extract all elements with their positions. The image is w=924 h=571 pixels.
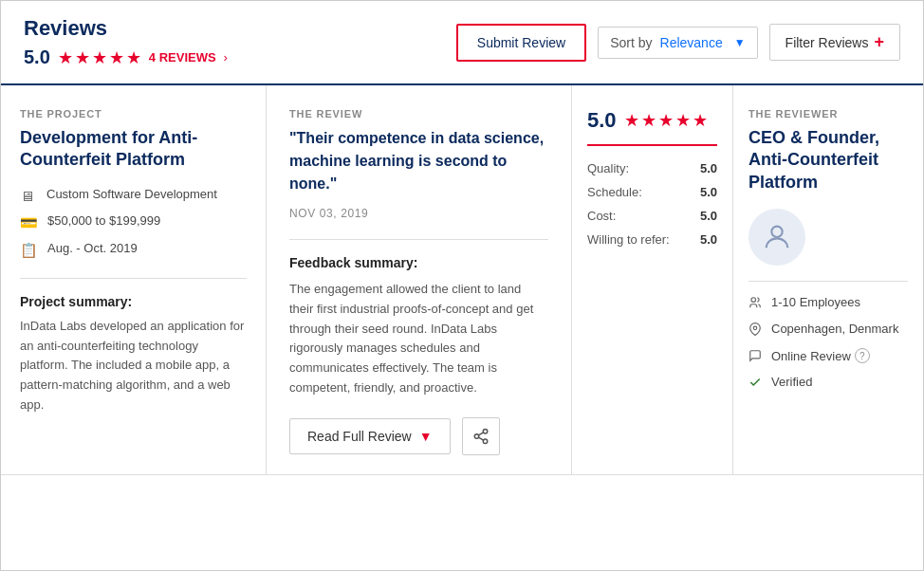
rating-schedule: Schedule: 5.0 bbox=[587, 185, 717, 199]
rating-star-1: ★ bbox=[624, 110, 639, 131]
sort-by-select[interactable]: Relevance bbox=[660, 35, 727, 50]
rating-star-2: ★ bbox=[641, 110, 656, 131]
meta-dates-text: Aug. - Oct. 2019 bbox=[47, 241, 138, 255]
reviewer-name: CEO & Founder, Anti-Counterfeit Platform bbox=[748, 127, 908, 193]
read-chevron-icon: ▼ bbox=[419, 429, 433, 444]
read-full-review-button[interactable]: Read Full Review ▼ bbox=[289, 418, 451, 454]
reviews-title-group: Reviews 5.0 ★ ★ ★ ★ ★ 4 REVIEWS › bbox=[24, 16, 228, 68]
ratings-stars: ★ ★ ★ ★ ★ bbox=[624, 110, 708, 131]
reviewer-column: THE REVIEWER CEO & Founder, Anti-Counter… bbox=[733, 85, 923, 474]
info-icon[interactable]: ? bbox=[855, 348, 870, 363]
project-divider bbox=[20, 278, 247, 279]
chat-icon bbox=[748, 349, 764, 365]
meta-budget-text: $50,000 to $199,999 bbox=[47, 213, 160, 228]
reviewer-verified: Verified bbox=[748, 375, 908, 392]
filter-reviews-button[interactable]: Filter Reviews + bbox=[769, 24, 900, 61]
read-full-review-label: Read Full Review bbox=[307, 429, 412, 444]
employees-text: 1-10 Employees bbox=[771, 295, 860, 309]
sort-chevron-icon[interactable]: ▼ bbox=[734, 36, 746, 49]
feedback-title: Feedback summary: bbox=[289, 255, 548, 270]
ratings-column: 5.0 ★ ★ ★ ★ ★ Quality: 5.0 Schedule: 5.0… bbox=[572, 85, 733, 474]
submit-review-button[interactable]: Submit Review bbox=[456, 24, 586, 62]
svg-point-6 bbox=[751, 298, 756, 303]
cost-value: 5.0 bbox=[700, 209, 717, 223]
calendar-icon: 📋 bbox=[20, 242, 38, 259]
project-summary-text: InData Labs developed an application for… bbox=[20, 317, 247, 415]
avatar bbox=[748, 209, 805, 266]
reviewer-employees: 1-10 Employees bbox=[748, 295, 908, 312]
online-review-text: Online Review bbox=[771, 349, 851, 363]
meta-service-text: Custom Software Development bbox=[46, 187, 217, 201]
employees-icon bbox=[748, 296, 764, 312]
svg-point-5 bbox=[771, 227, 782, 237]
ratings-divider bbox=[587, 144, 717, 146]
rating-star-5: ★ bbox=[693, 110, 708, 131]
project-summary-title: Project summary: bbox=[20, 294, 247, 309]
service-icon: 🖥 bbox=[20, 188, 37, 204]
reviewer-location: Copenhagen, Denmark bbox=[748, 322, 908, 339]
meta-budget: 💳 $50,000 to $199,999 bbox=[20, 213, 247, 231]
reviewer-online-review: Online Review ? bbox=[748, 348, 908, 365]
rating-willing-refer: Willing to refer: 5.0 bbox=[587, 232, 717, 247]
meta-service: 🖥 Custom Software Development bbox=[20, 187, 247, 204]
sort-by-group: Sort by Relevance ▼ bbox=[598, 27, 757, 59]
project-col-label: THE PROJECT bbox=[20, 108, 247, 120]
reviewer-divider bbox=[748, 281, 908, 282]
svg-line-3 bbox=[478, 437, 483, 440]
willing-refer-value: 5.0 bbox=[700, 232, 717, 247]
project-meta: 🖥 Custom Software Development 💳 $50,000 … bbox=[20, 187, 247, 259]
budget-icon: 💳 bbox=[20, 214, 38, 231]
willing-refer-label: Willing to refer: bbox=[587, 232, 670, 247]
rating-quality: Quality: 5.0 bbox=[587, 161, 717, 175]
page-wrapper: Reviews 5.0 ★ ★ ★ ★ ★ 4 REVIEWS › Submit… bbox=[0, 0, 924, 571]
svg-point-7 bbox=[753, 326, 757, 330]
svg-line-4 bbox=[478, 433, 483, 435]
filter-plus-icon: + bbox=[874, 32, 884, 52]
quality-value: 5.0 bbox=[700, 161, 717, 175]
reviews-count-arrow: › bbox=[224, 50, 228, 64]
schedule-label: Schedule: bbox=[587, 185, 642, 199]
location-text: Copenhagen, Denmark bbox=[771, 322, 898, 336]
review-date: NOV 03, 2019 bbox=[289, 207, 548, 220]
schedule-value: 5.0 bbox=[700, 185, 717, 199]
feedback-text: The engagement allowed the client to lan… bbox=[289, 280, 548, 398]
share-button[interactable] bbox=[462, 417, 500, 455]
meta-dates: 📋 Aug. - Oct. 2019 bbox=[20, 241, 247, 259]
avatar-icon bbox=[761, 221, 793, 253]
reviews-title: Reviews bbox=[24, 16, 228, 41]
header-actions: Submit Review Sort by Relevance ▼ Filter… bbox=[456, 24, 900, 62]
star-1: ★ bbox=[58, 47, 73, 68]
star-4: ★ bbox=[109, 47, 124, 68]
reviews-rating-row: 5.0 ★ ★ ★ ★ ★ 4 REVIEWS › bbox=[24, 46, 228, 68]
reviews-count[interactable]: 4 REVIEWS bbox=[149, 50, 216, 64]
project-column: THE PROJECT Development for Anti-Counter… bbox=[1, 85, 267, 474]
stars: ★ ★ ★ ★ ★ bbox=[58, 47, 141, 68]
reviews-score: 5.0 bbox=[24, 46, 50, 68]
reviews-header: Reviews 5.0 ★ ★ ★ ★ ★ 4 REVIEWS › Submit… bbox=[1, 1, 923, 85]
cost-label: Cost: bbox=[587, 209, 616, 223]
review-quote: "Their competence in data science, machi… bbox=[289, 127, 548, 195]
project-title: Development for Anti-Counterfeit Platfor… bbox=[20, 127, 247, 172]
quality-label: Quality: bbox=[587, 161, 629, 175]
location-icon bbox=[748, 322, 764, 339]
review-actions: Read Full Review ▼ bbox=[289, 417, 548, 474]
verified-text: Verified bbox=[771, 375, 812, 389]
filter-reviews-label: Filter Reviews bbox=[785, 35, 869, 50]
sort-by-label: Sort by bbox=[610, 35, 652, 50]
rating-star-3: ★ bbox=[658, 110, 674, 131]
review-divider bbox=[289, 239, 548, 240]
share-icon bbox=[472, 428, 490, 445]
rating-cost: Cost: 5.0 bbox=[587, 209, 717, 223]
review-column: THE REVIEW "Their competence in data sci… bbox=[267, 85, 572, 474]
rating-star-4: ★ bbox=[675, 110, 691, 131]
verified-icon bbox=[748, 376, 764, 392]
reviewer-col-label: THE REVIEWER bbox=[748, 108, 908, 120]
review-col-label: THE REVIEW bbox=[289, 108, 548, 120]
star-5: ★ bbox=[126, 47, 141, 68]
star-3: ★ bbox=[92, 47, 107, 68]
online-review-group: Online Review ? bbox=[771, 348, 870, 363]
ratings-score: 5.0 bbox=[587, 108, 617, 133]
star-2: ★ bbox=[75, 47, 90, 68]
review-body: THE PROJECT Development for Anti-Counter… bbox=[1, 85, 923, 475]
ratings-header: 5.0 ★ ★ ★ ★ ★ bbox=[587, 108, 717, 133]
